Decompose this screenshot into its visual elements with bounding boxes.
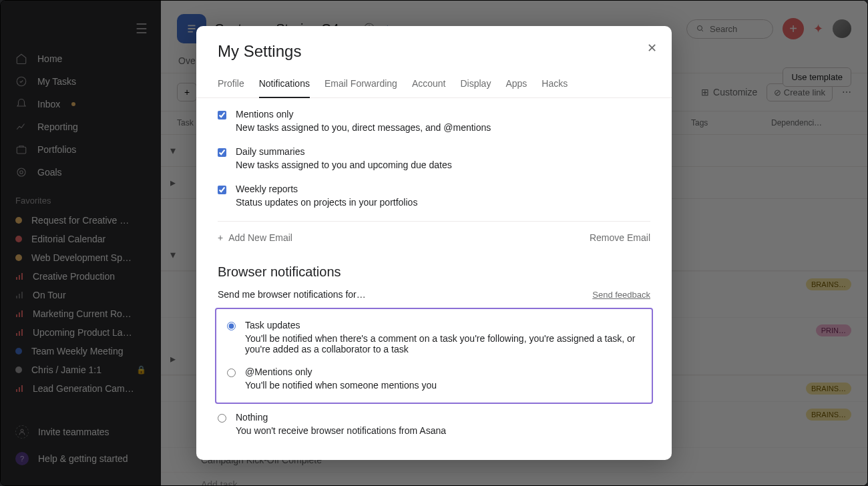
browser-notifications-title: Browser notifications [218, 264, 650, 280]
remove-email-button[interactable]: Remove Email [590, 232, 650, 243]
modal-tab-email-forwarding[interactable]: Email Forwarding [324, 74, 397, 97]
checkbox-mentions-only[interactable] [218, 111, 226, 119]
send-feedback-link[interactable]: Send feedback [592, 290, 650, 300]
radio-nothing[interactable] [218, 414, 226, 423]
radio-row: Task updatesYou'll be notified when ther… [227, 320, 641, 354]
checkbox-desc: New tasks assigned to you and upcoming d… [236, 160, 452, 170]
plus-icon: + [218, 232, 223, 243]
modal-tabs: ProfileNotificationsEmail ForwardingAcco… [196, 67, 672, 98]
radio-row: @Mentions onlyYou'll be notified when so… [227, 367, 641, 391]
checkbox-label: Weekly reports [236, 184, 417, 194]
checkbox-weekly-reports[interactable] [218, 186, 226, 194]
modal-tab-account[interactable]: Account [412, 74, 446, 97]
modal-tab-apps[interactable]: Apps [505, 74, 527, 97]
radio--mentions-only[interactable] [227, 369, 236, 377]
radio-label: @Mentions only [245, 367, 437, 377]
add-email-button[interactable]: + Add New Email [218, 232, 292, 243]
checkbox-row: Mentions onlyNew tasks assigned to you, … [218, 109, 650, 133]
checkbox-row: Weekly reportsStatus updates on projects… [218, 184, 650, 208]
checkbox-desc: New tasks assigned to you, direct messag… [236, 122, 491, 133]
browser-notifications-subtitle: Send me browser notifications for… [218, 289, 366, 300]
radio-label: Nothing [236, 412, 446, 423]
checkbox-desc: Status updates on projects in your portf… [236, 197, 417, 208]
radio-desc: You'll be notified when someone mentions… [245, 380, 437, 391]
radio-label: Task updates [245, 320, 641, 330]
checkbox-daily-summaries[interactable] [218, 148, 226, 157]
radio-row: NothingYou won't receive browser notific… [218, 412, 650, 436]
modal-body: Mentions onlyNew tasks assigned to you, … [196, 98, 672, 460]
modal-title: My Settings [218, 42, 650, 61]
modal-tab-display[interactable]: Display [460, 74, 491, 97]
modal-tab-notifications[interactable]: Notifications [259, 74, 310, 98]
highlighted-options: Task updatesYou'll be notified when ther… [215, 308, 653, 404]
modal-tab-hacks[interactable]: Hacks [541, 74, 568, 97]
checkbox-row: Daily summariesNew tasks assigned to you… [218, 146, 650, 170]
divider [218, 221, 650, 222]
modal-tab-profile[interactable]: Profile [218, 74, 244, 97]
radio-task-updates[interactable] [227, 322, 236, 330]
checkbox-label: Mentions only [236, 109, 491, 119]
radio-desc: You won't receive browser notifications … [236, 425, 446, 436]
radio-desc: You'll be notified when there's a commen… [245, 333, 641, 354]
checkbox-label: Daily summaries [236, 146, 452, 157]
close-button[interactable]: ✕ [647, 41, 657, 55]
settings-modal: ✕ My Settings ProfileNotificationsEmail … [196, 26, 672, 460]
